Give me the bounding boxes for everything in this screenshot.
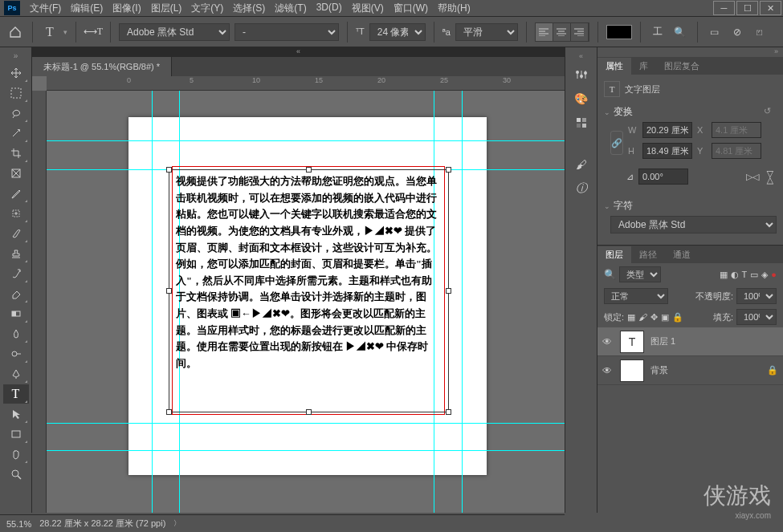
menu-select[interactable]: 选择(S) — [230, 0, 268, 17]
guide[interactable] — [47, 140, 565, 141]
guide[interactable] — [462, 91, 463, 513]
filter-shape-icon[interactable]: ▭ — [750, 270, 758, 280]
history-brush-tool[interactable] — [3, 264, 29, 283]
menu-3d[interactable]: 3D(D) — [313, 0, 345, 17]
filter-adjust-icon[interactable]: ◐ — [731, 270, 739, 280]
3d-text-button[interactable]: ▭ — [706, 23, 724, 41]
type-tool[interactable]: T — [3, 384, 29, 404]
visibility-icon[interactable]: 👁 — [602, 336, 614, 347]
align-center-button[interactable] — [553, 23, 571, 41]
menu-type[interactable]: 文字(Y) — [188, 0, 226, 17]
panel-collapse-icon[interactable]: « — [32, 47, 565, 57]
blend-mode-select[interactable]: 正常 — [604, 288, 668, 304]
marquee-tool[interactable] — [3, 83, 29, 103]
search-icon[interactable]: 🔍 — [604, 269, 616, 280]
link-wh-icon[interactable]: 🔗 — [610, 131, 623, 155]
text-orientation-icon[interactable]: ⟷T — [84, 23, 102, 41]
zoom-level[interactable]: 55.1% — [6, 519, 31, 529]
reset-icon[interactable]: ↺ — [764, 106, 777, 119]
layer-row[interactable]: 👁 T 图层 1 — [597, 327, 783, 356]
fill-input[interactable]: 100% — [736, 309, 777, 325]
warp-text-button[interactable]: 工 — [649, 23, 667, 41]
layer-name[interactable]: 背景 — [650, 364, 668, 376]
collapse-char-icon[interactable]: ⌄ — [604, 202, 610, 210]
layer-name[interactable]: 图层 1 — [650, 335, 675, 347]
visibility-icon[interactable]: 👁 — [602, 365, 614, 376]
filter-toggle-icon[interactable]: ● — [771, 270, 777, 280]
document-tab[interactable]: 未标题-1 @ 55.1%(RGB/8#) * — [32, 57, 172, 76]
layer-filter-select[interactable]: 类型 — [619, 266, 661, 282]
menu-window[interactable]: 窗口(W) — [390, 0, 431, 17]
font-style-select[interactable]: - — [234, 23, 339, 41]
info-icon[interactable]: ⓘ — [569, 177, 594, 200]
guide[interactable] — [152, 91, 153, 513]
tab-properties[interactable]: 属性 — [597, 58, 631, 75]
width-input[interactable] — [642, 122, 692, 138]
font-size-select[interactable]: 24 像素 — [369, 23, 426, 41]
canvas[interactable]: 0 5 10 15 20 25 30 视频提供了功能强大的方法帮助 — [32, 76, 565, 513]
tab-channels[interactable]: 通道 — [665, 246, 699, 263]
tab-libraries[interactable]: 库 — [631, 58, 656, 75]
doc-info[interactable]: 28.22 厘米 x 28.22 厘米 (72 ppi) — [39, 518, 165, 530]
eraser-tool[interactable] — [3, 284, 29, 303]
lock-all-icon[interactable]: 🔒 — [672, 312, 683, 323]
flip-h-icon[interactable]: ▷◁ — [746, 172, 759, 182]
menu-edit[interactable]: 编辑(E) — [67, 0, 106, 17]
menu-image[interactable]: 图像(I) — [109, 0, 144, 17]
transform-handle[interactable] — [166, 409, 172, 415]
font-family-select[interactable]: Adobe 黑体 Std — [119, 23, 230, 41]
transform-handle[interactable] — [306, 409, 312, 415]
tab-layer-comps[interactable]: 图层复合 — [656, 58, 708, 75]
adjustments-icon[interactable] — [569, 63, 594, 86]
minimize-button[interactable]: ─ — [713, 1, 735, 15]
char-panel-button[interactable]: 🔍 — [671, 23, 689, 41]
shape-tool[interactable] — [3, 424, 29, 444]
pen-tool[interactable] — [3, 364, 29, 384]
healing-tool[interactable] — [3, 204, 29, 223]
transform-handle[interactable] — [446, 167, 451, 173]
brushes-icon[interactable]: 🖌 — [569, 153, 594, 176]
menu-layer[interactable]: 图层(L) — [148, 0, 186, 17]
menu-filter[interactable]: 滤镜(T) — [271, 0, 309, 17]
filter-type-icon[interactable]: T — [742, 270, 748, 280]
move-tool[interactable] — [3, 63, 29, 83]
cancel-button[interactable]: ⊘ — [728, 23, 746, 41]
horizontal-ruler[interactable]: 0 5 10 15 20 25 30 — [47, 76, 565, 91]
filter-pixel-icon[interactable]: ▦ — [720, 270, 728, 280]
lock-paint-icon[interactable]: 🖌 — [638, 312, 647, 322]
tab-paths[interactable]: 路径 — [631, 246, 665, 263]
transform-handle[interactable] — [166, 167, 172, 173]
frame-tool[interactable] — [3, 164, 29, 183]
path-select-tool[interactable] — [3, 404, 29, 424]
close-button[interactable]: ✕ — [760, 1, 781, 15]
panel-toggle[interactable]: » — [597, 47, 783, 57]
menu-file[interactable]: 文件(F) — [27, 0, 64, 17]
crop-tool[interactable] — [3, 144, 29, 163]
height-input[interactable] — [642, 143, 692, 159]
swatches-icon[interactable] — [569, 112, 594, 134]
filter-smart-icon[interactable]: ◈ — [761, 270, 768, 280]
guide[interactable] — [47, 450, 565, 451]
transform-bounding-box[interactable] — [169, 169, 449, 412]
maximize-button[interactable]: ☐ — [736, 1, 758, 15]
tab-layers[interactable]: 图层 — [597, 246, 631, 263]
char-font-select[interactable]: Adobe 黑体 Std — [610, 216, 777, 234]
brush-tool[interactable] — [3, 224, 29, 243]
transform-handle[interactable] — [306, 167, 312, 173]
commit-button[interactable]: ⏍ — [751, 23, 769, 41]
flip-v-icon[interactable]: ▷◁ — [765, 170, 776, 183]
wand-tool[interactable] — [3, 124, 29, 143]
lock-transparency-icon[interactable]: ▦ — [627, 312, 635, 323]
transform-handle[interactable] — [166, 288, 172, 294]
eyedropper-tool[interactable] — [3, 184, 29, 203]
home-icon[interactable] — [6, 23, 24, 41]
dock-toggle[interactable]: « — [565, 52, 597, 62]
gradient-tool[interactable] — [3, 304, 29, 323]
zoom-tool[interactable] — [3, 465, 29, 484]
vertical-ruler[interactable] — [32, 91, 47, 513]
stamp-tool[interactable] — [3, 244, 29, 263]
collapse-transform-icon[interactable]: ⌄ — [604, 108, 610, 116]
align-left-button[interactable] — [536, 23, 553, 41]
antialias-select[interactable]: 平滑 — [455, 23, 518, 41]
menu-help[interactable]: 帮助(H) — [434, 0, 474, 17]
